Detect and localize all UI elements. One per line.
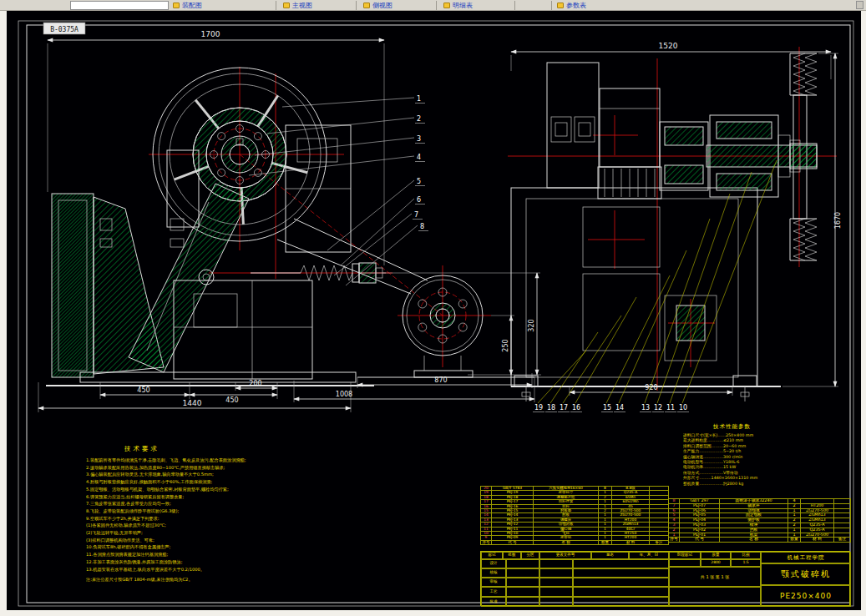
tb-change-count: 处数 [503,552,521,559]
topbar-tab-4[interactable]: 明细表 [441,1,513,10]
side-view [508,47,837,401]
separator [551,1,552,10]
tb-change-doc: 更改文件号 [539,552,591,559]
tb-change-mark: 标记 [481,552,503,559]
part-callout-side: 13 [641,404,650,412]
tab-label: 装配图 [182,1,202,10]
dim-250: 250 [502,339,509,351]
part-callout-side: 12 [654,404,662,412]
tab-label: 侧视图 [372,1,392,10]
tb-cell [506,587,539,597]
dim-200: 200 [249,380,261,387]
bom-header-cell: 名 称 [534,540,599,544]
bom-header-cell: 材 料 [612,540,650,544]
tech-requirements-title: 技术要求 [124,445,341,453]
separator [356,1,357,10]
dim-920: 920 [645,384,657,391]
tb-cell [539,568,573,578]
tb-cell [539,559,573,568]
tb-process-label: 工艺 [481,587,506,597]
part-callout-front: 1 [417,95,421,103]
separator [514,1,515,10]
tech-requirement-line: 7.三角皮带张紧适度,各皮带受力应均匀一致; [86,500,341,507]
tb-cell [573,578,669,587]
part-callout-side: 18 [547,404,555,412]
tb-weight-value: 2800 [701,559,731,567]
folder-icon [557,3,564,8]
dim-1008: 1008 [336,391,352,398]
tb-sheet: 共 1 张 第 1 张 [669,567,761,587]
topbar-tab-5[interactable]: 参数表 [555,1,635,10]
part-callout-side: 10 [679,404,687,412]
tech-requirement-line: (2)飞轮运转平稳,无异常响声; [86,529,341,537]
tb-weight-label: 质量 [701,552,731,559]
part-callout-front: 3 [417,135,421,143]
part-callout-front: 2 [417,115,421,123]
side-part-callouts: 19181716151413121110 [533,160,777,412]
tb-change-date: 年、月、日 [629,552,669,559]
topbar-tab-3[interactable]: 侧视图 [361,1,433,10]
topbar-tab-2[interactable]: 主视图 [281,1,352,10]
part-callout-side: 17 [560,404,568,412]
tb-audit-label: 审核 [481,578,506,587]
tech-requirement-line: 12.非加工表面涂灰色防锈漆,外露加工面涂防锈油; [86,558,341,566]
tb-product-name: 颚式破碎机 [761,563,851,585]
tech-requirement-line: 3.偏心轴装配后应转动灵活,无卡滞现象,轴向窜动量不大于0.5mm; [86,471,341,478]
part-callout-front: 7 [414,211,418,219]
part-callout-side: 15 [603,404,611,412]
tech-parameters-title: 技术性能参数 [713,423,852,431]
folder-icon [173,3,180,8]
bom-header-cell: 序号 [669,538,680,543]
tb-check-label: 校核 [481,568,506,578]
tech-requirement-line: (1)各紧固件无松动,轴承温升不超过30℃; [86,522,341,529]
doc-number: B-0375A [50,26,78,33]
tb-change-zone: 分区 [521,552,539,559]
tb-cell [539,578,573,587]
window-resize-button[interactable] [856,1,863,9]
dim-1670: 1670 [834,212,842,229]
tb-cell [573,597,669,607]
bom-header-cell: 材 料 [801,538,834,543]
address-field[interactable] [70,1,169,10]
tb-approve-label: 批准 [481,597,506,607]
folder-icon [443,3,450,8]
tb-cell [573,568,669,578]
tech-requirement-line: 4.肘板与肘板垫接触应良好,接触面积不小于60%,工作面保持润滑; [86,478,341,486]
tb-change-sign: 签名 [591,552,629,559]
bom-header-cell: 备注 [834,538,851,543]
tb-cell [669,587,761,607]
dim-1700: 1700 [201,30,220,38]
tab-label: 明细表 [453,1,473,10]
part-callout-front: 8 [420,223,424,230]
folder-icon [363,3,370,8]
dim-320: 320 [528,319,535,331]
technical-parameters: 技术性能参数 进料口尺寸(宽×长)……250×400 mm最大进料粒度…………≤… [683,423,852,487]
bom-header-cell: 代 号 [492,540,534,544]
tech-requirement-line: 10.负荷试车8h,破碎腔内不得有金属撞击声; [86,543,341,551]
tech-requirement-line: (3)排料口调整机构动作灵活、可靠; [86,537,341,544]
tb-cell [573,587,669,597]
tech-requirement-line: 13.机器安装在水平基础上,纵向水平度误差不大于0.2/1000。 [86,566,341,573]
side-dimensions: 1520 1670 920 [511,42,842,396]
tech-requirement-line: 11.各润滑点按润滑表规定加注钙基润滑脂; [86,551,341,558]
tech-requirement-line: 1.装配前所有零件均须清洗干净,去除毛刺、飞边、氧化皮及油污,配合表面涂润滑脂; [86,457,341,464]
tech-requirement-line: 8.飞轮、皮带轮装配后须作静平衡试验(G6.3级); [86,507,341,515]
part-callout-side: 16 [572,404,580,412]
title-block: 标记 处数 分区 更改文件号 签名 年、月、日 设计 校核 审核 工艺 批准 阶… [480,551,850,606]
part-callout-side: 19 [534,404,543,412]
tb-unit-name: 机械工程学院 [761,552,851,563]
front-view [46,67,534,386]
bom-header-cell: 名 称 [720,538,788,543]
tb-design-label: 设计 [481,559,506,568]
tab-label: 参数表 [566,1,586,10]
tb-cell [506,597,539,607]
separator [276,1,276,10]
tech-requirement-line: 5.固定颚板、活动颚板与机架、动颚贴合紧密,衬板背面垫平,螺栓均匀拧紧; [86,486,341,493]
tb-cell [539,587,573,597]
tb-stage-label: 阶段标记 [669,552,701,559]
tb-stage-value [669,559,701,567]
tb-cell [539,597,573,607]
topbar-tab-1[interactable]: 装配图 [170,1,271,10]
part-callout-side: 14 [615,404,624,412]
tech-requirement-line: 9.空载试车不少于2h,并满足下列要求: [86,515,341,523]
